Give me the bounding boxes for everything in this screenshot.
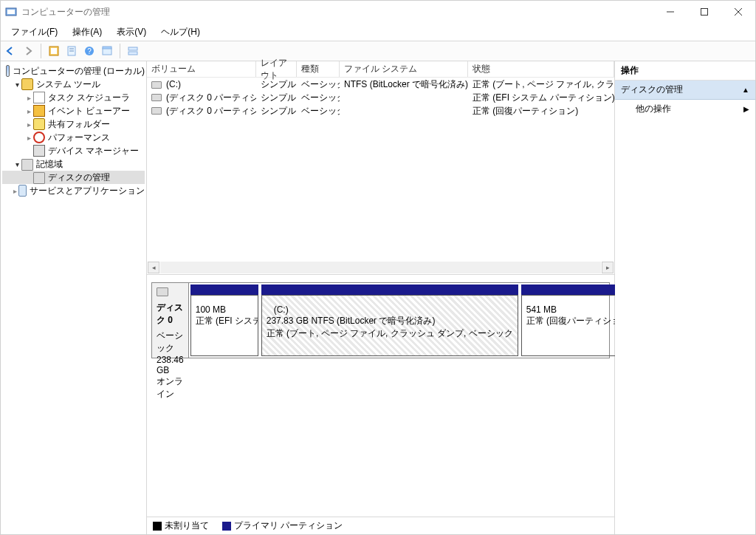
disk-info[interactable]: ディスク 0 ベーシック 238.46 GB オンライン bbox=[152, 283, 189, 358]
window-controls bbox=[653, 1, 755, 23]
chevron-down-icon[interactable]: ▾ bbox=[13, 81, 21, 89]
cell-type: ベーシック bbox=[297, 105, 340, 117]
chevron-right-icon[interactable]: ▸ bbox=[24, 107, 33, 115]
cell-filesystem: NTFS (BitLocker で暗号化済み) bbox=[340, 78, 468, 91]
horizontal-scrollbar[interactable]: ◂ ▸ bbox=[147, 261, 614, 274]
disk-management-icon bbox=[33, 172, 45, 184]
computer-management-window: コンピューターの管理 ファイル(F) 操作(A) 表示(V) ヘルプ(H) ? bbox=[0, 0, 756, 535]
chevron-down-icon[interactable]: ▾ bbox=[13, 160, 21, 168]
services-icon bbox=[18, 185, 27, 197]
cell-volume: (ディスク 0 パーティション 1) bbox=[166, 92, 256, 103]
scroll-track[interactable] bbox=[160, 262, 601, 273]
disk-view-empty bbox=[147, 364, 614, 517]
volume-list: ボリューム レイアウト 種類 ファイル システム 状態 (C:) シンプル ベー… bbox=[147, 61, 614, 274]
tree-event-viewer[interactable]: ▸ イベント ビューアー bbox=[2, 104, 145, 117]
forward-button[interactable] bbox=[20, 43, 36, 59]
properties-button[interactable] bbox=[63, 43, 80, 59]
toolbar: ? bbox=[1, 41, 755, 61]
back-button[interactable] bbox=[2, 43, 18, 59]
tree-services-apps[interactable]: ▸ サービスとアプリケーション bbox=[2, 184, 145, 197]
svg-rect-7 bbox=[51, 48, 57, 54]
tree-label: ディスクの管理 bbox=[48, 171, 110, 184]
volume-row[interactable]: (ディスク 0 パーティション 4) シンプル ベーシック 正常 (回復パーティ… bbox=[147, 104, 614, 117]
actions-category[interactable]: ディスクの管理 ▲ bbox=[615, 81, 755, 100]
menu-help[interactable]: ヘルプ(H) bbox=[154, 24, 207, 40]
partition-c[interactable]: (C:) 237.83 GB NTFS (BitLocker で暗号化済み) 正… bbox=[261, 284, 518, 356]
tree-storage[interactable]: ▾ 記憶域 bbox=[2, 157, 145, 171]
svg-text:?: ? bbox=[87, 47, 92, 55]
main-area: コンピューターの管理 (ローカル) ▾ システム ツール ▸ タスク スケジュー… bbox=[1, 61, 755, 534]
tree-label: 共有フォルダー bbox=[48, 118, 110, 131]
legend-label: プライマリ パーティション bbox=[234, 519, 343, 532]
chevron-right-icon[interactable]: ▸ bbox=[24, 134, 33, 142]
performance-icon bbox=[33, 132, 45, 143]
cell-status: 正常 (ブート, ページ ファイル, クラッシュ bbox=[468, 78, 614, 91]
legend-swatch-primary bbox=[222, 522, 231, 531]
close-button[interactable] bbox=[721, 1, 755, 23]
header-type[interactable]: 種類 bbox=[297, 61, 340, 77]
tree-shared-folders[interactable]: ▸ 共有フォルダー bbox=[2, 117, 145, 131]
menu-view[interactable]: 表示(V) bbox=[109, 24, 154, 40]
menu-file[interactable]: ファイル(F) bbox=[4, 24, 65, 40]
scroll-right-button[interactable]: ▸ bbox=[602, 262, 614, 273]
cell-type: ベーシック bbox=[297, 92, 340, 104]
tree-label: タスク スケジューラ bbox=[48, 92, 130, 104]
tree-disk-management[interactable]: ディスクの管理 bbox=[2, 171, 145, 184]
header-layout[interactable]: レイアウト bbox=[256, 61, 297, 77]
device-manager-icon bbox=[33, 145, 45, 157]
header-filesystem[interactable]: ファイル システム bbox=[340, 61, 468, 77]
legend-unallocated: 未割り当て bbox=[153, 519, 209, 532]
actions-more-label: 他の操作 bbox=[636, 103, 671, 115]
window-title: コンピューターの管理 bbox=[21, 6, 110, 18]
event-viewer-icon bbox=[33, 105, 45, 117]
view-list-button[interactable] bbox=[125, 43, 141, 59]
maximize-button[interactable] bbox=[687, 1, 721, 23]
volume-icon bbox=[151, 94, 162, 101]
chevron-right-icon[interactable]: ▸ bbox=[24, 94, 33, 102]
tree-label: パフォーマンス bbox=[48, 132, 110, 144]
header-status[interactable]: 状態 bbox=[468, 61, 614, 77]
scroll-left-button[interactable]: ◂ bbox=[148, 262, 159, 273]
partition-recovery[interactable]: 541 MB 正常 (回復パーティション) bbox=[521, 284, 626, 356]
tree-device-manager[interactable]: デバイス マネージャー bbox=[2, 144, 145, 157]
refresh-button[interactable] bbox=[99, 43, 115, 59]
actions-more[interactable]: 他の操作 ▶ bbox=[615, 100, 755, 118]
cell-volume: (ディスク 0 パーティション 4) bbox=[166, 106, 256, 116]
disk-icon bbox=[157, 287, 168, 296]
tree-performance[interactable]: ▸ パフォーマンス bbox=[2, 131, 145, 144]
help-button[interactable]: ? bbox=[81, 43, 97, 59]
partition-bar bbox=[190, 284, 258, 295]
collapse-icon[interactable]: ▲ bbox=[742, 86, 749, 94]
disk-type: ベーシック bbox=[157, 330, 184, 355]
shared-folders-icon bbox=[33, 118, 45, 130]
minimize-button[interactable] bbox=[653, 1, 687, 23]
svg-rect-16 bbox=[128, 52, 137, 55]
tree-task-scheduler[interactable]: ▸ タスク スケジューラ bbox=[2, 91, 145, 104]
chevron-right-icon[interactable]: ▸ bbox=[13, 187, 18, 195]
tree-label: デバイス マネージャー bbox=[48, 145, 139, 157]
partition-status: 正常 (回復パーティション) bbox=[526, 315, 621, 327]
chevron-right-icon[interactable]: ▸ bbox=[24, 120, 33, 129]
cell-type: ベーシック bbox=[297, 78, 340, 91]
volume-row[interactable]: (C:) シンプル ベーシック NTFS (BitLocker で暗号化済み) … bbox=[147, 78, 614, 91]
menu-action[interactable]: 操作(A) bbox=[65, 24, 109, 40]
tree-pane[interactable]: コンピューターの管理 (ローカル) ▾ システム ツール ▸ タスク スケジュー… bbox=[1, 61, 147, 534]
volume-rows[interactable]: (C:) シンプル ベーシック NTFS (BitLocker で暗号化済み) … bbox=[147, 78, 614, 261]
tools-icon bbox=[21, 78, 33, 90]
partition-status: 正常 (ブート, ページ ファイル, クラッシュ ダンプ, ベーシック bbox=[267, 327, 513, 340]
volume-row[interactable]: (ディスク 0 パーティション 1) シンプル ベーシック 正常 (EFI シス… bbox=[147, 91, 614, 104]
header-volume[interactable]: ボリューム bbox=[147, 61, 256, 77]
show-hide-tree-button[interactable] bbox=[46, 43, 62, 59]
tree-system-tools[interactable]: ▾ システム ツール bbox=[2, 78, 145, 91]
app-icon bbox=[5, 6, 17, 18]
svg-rect-14 bbox=[103, 47, 111, 49]
cell-status: 正常 (回復パーティション) bbox=[468, 105, 614, 117]
disk-name: ディスク 0 bbox=[157, 301, 184, 327]
task-scheduler-icon bbox=[33, 92, 45, 103]
legend-label: 未割り当て bbox=[165, 519, 209, 532]
cell-volume: (C:) bbox=[166, 79, 181, 89]
tree-label: システム ツール bbox=[36, 78, 100, 91]
legend-swatch-unallocated bbox=[153, 522, 162, 531]
partition-efi[interactable]: 100 MB 正常 (EFI システ bbox=[190, 284, 258, 356]
tree-root[interactable]: コンピューターの管理 (ローカル) bbox=[2, 64, 145, 78]
